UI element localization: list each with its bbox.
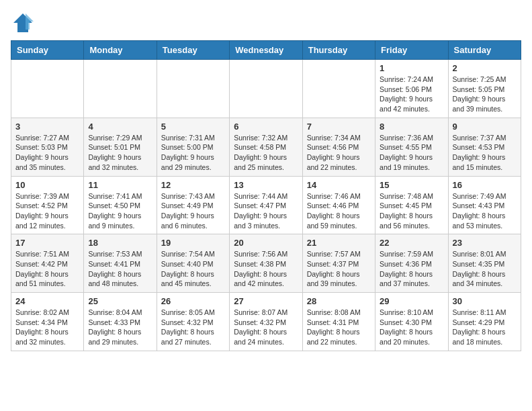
- day-number: 15: [380, 180, 443, 190]
- calendar-week-row: 3Sunrise: 7:27 AM Sunset: 5:03 PM Daylig…: [11, 118, 521, 176]
- day-info: Sunrise: 7:41 AM Sunset: 4:50 PM Dayligh…: [88, 191, 152, 231]
- calendar-week-row: 24Sunrise: 8:02 AM Sunset: 4:34 PM Dayli…: [11, 293, 521, 351]
- day-number: 19: [161, 238, 225, 248]
- calendar-week-row: 10Sunrise: 7:39 AM Sunset: 4:52 PM Dayli…: [11, 176, 521, 234]
- day-number: 28: [307, 296, 371, 306]
- day-number: 6: [234, 122, 298, 132]
- calendar-cell: 16Sunrise: 7:49 AM Sunset: 4:43 PM Dayli…: [448, 176, 521, 234]
- calendar-header: SundayMondayTuesdayWednesdayThursdayFrid…: [11, 41, 521, 60]
- day-info: Sunrise: 7:48 AM Sunset: 4:45 PM Dayligh…: [380, 191, 443, 231]
- day-info: Sunrise: 7:49 AM Sunset: 4:43 PM Dayligh…: [453, 191, 517, 231]
- calendar-cell: 22Sunrise: 7:59 AM Sunset: 4:36 PM Dayli…: [375, 234, 448, 293]
- calendar-cell: 19Sunrise: 7:54 AM Sunset: 4:40 PM Dayli…: [157, 234, 229, 293]
- calendar-cell: 4Sunrise: 7:29 AM Sunset: 5:01 PM Daylig…: [84, 118, 157, 176]
- day-info: Sunrise: 7:46 AM Sunset: 4:46 PM Dayligh…: [307, 191, 371, 231]
- calendar-week-row: 17Sunrise: 7:51 AM Sunset: 4:42 PM Dayli…: [11, 234, 521, 293]
- calendar-cell: 17Sunrise: 7:51 AM Sunset: 4:42 PM Dayli…: [11, 234, 84, 293]
- day-number: 26: [161, 296, 225, 306]
- day-number: 10: [15, 180, 79, 190]
- day-info: Sunrise: 8:05 AM Sunset: 4:32 PM Dayligh…: [161, 308, 225, 347]
- weekday-header: Saturday: [448, 41, 521, 60]
- day-number: 20: [234, 238, 298, 248]
- calendar-cell: 12Sunrise: 7:43 AM Sunset: 4:49 PM Dayli…: [157, 176, 229, 234]
- calendar-cell: 11Sunrise: 7:41 AM Sunset: 4:50 PM Dayli…: [84, 176, 157, 234]
- calendar-cell: 9Sunrise: 7:37 AM Sunset: 4:53 PM Daylig…: [448, 118, 521, 176]
- day-number: 17: [15, 238, 79, 248]
- day-info: Sunrise: 8:04 AM Sunset: 4:33 PM Dayligh…: [88, 308, 152, 347]
- weekday-header: Sunday: [11, 41, 84, 60]
- day-info: Sunrise: 8:11 AM Sunset: 4:29 PM Dayligh…: [453, 308, 517, 347]
- page-header: [11, 11, 521, 35]
- calendar-cell: 2Sunrise: 7:25 AM Sunset: 5:05 PM Daylig…: [448, 60, 521, 118]
- day-info: Sunrise: 7:56 AM Sunset: 4:38 PM Dayligh…: [234, 249, 298, 289]
- calendar-table: SundayMondayTuesdayWednesdayThursdayFrid…: [11, 40, 521, 351]
- calendar-cell: 7Sunrise: 7:34 AM Sunset: 4:56 PM Daylig…: [302, 118, 375, 176]
- calendar-week-row: 1Sunrise: 7:24 AM Sunset: 5:06 PM Daylig…: [11, 60, 521, 118]
- calendar-cell: [302, 60, 375, 118]
- calendar-cell: 24Sunrise: 8:02 AM Sunset: 4:34 PM Dayli…: [11, 293, 84, 351]
- day-number: 25: [88, 296, 152, 306]
- day-number: 27: [234, 296, 298, 306]
- day-info: Sunrise: 7:39 AM Sunset: 4:52 PM Dayligh…: [15, 191, 79, 231]
- day-info: Sunrise: 7:43 AM Sunset: 4:49 PM Dayligh…: [161, 191, 225, 231]
- day-info: Sunrise: 7:36 AM Sunset: 4:55 PM Dayligh…: [380, 133, 443, 173]
- weekday-header: Friday: [375, 41, 448, 60]
- day-info: Sunrise: 8:08 AM Sunset: 4:31 PM Dayligh…: [307, 308, 371, 347]
- calendar-cell: [230, 60, 302, 118]
- day-number: 13: [234, 180, 298, 190]
- day-info: Sunrise: 7:25 AM Sunset: 5:05 PM Dayligh…: [453, 75, 517, 114]
- calendar-cell: 26Sunrise: 8:05 AM Sunset: 4:32 PM Dayli…: [157, 293, 229, 351]
- day-number: 24: [15, 296, 79, 306]
- day-number: 8: [380, 122, 443, 132]
- day-info: Sunrise: 7:54 AM Sunset: 4:40 PM Dayligh…: [161, 249, 225, 289]
- day-number: 3: [15, 122, 79, 132]
- day-info: Sunrise: 7:29 AM Sunset: 5:01 PM Dayligh…: [88, 133, 152, 173]
- calendar-cell: 25Sunrise: 8:04 AM Sunset: 4:33 PM Dayli…: [84, 293, 157, 351]
- calendar-cell: 28Sunrise: 8:08 AM Sunset: 4:31 PM Dayli…: [302, 293, 375, 351]
- day-number: 9: [453, 122, 517, 132]
- calendar-cell: 20Sunrise: 7:56 AM Sunset: 4:38 PM Dayli…: [230, 234, 302, 293]
- day-number: 4: [88, 122, 152, 132]
- logo: [11, 11, 38, 35]
- day-number: 7: [307, 122, 371, 132]
- day-number: 5: [161, 122, 225, 132]
- weekday-header: Thursday: [302, 41, 375, 60]
- calendar-cell: 6Sunrise: 7:32 AM Sunset: 4:58 PM Daylig…: [230, 118, 302, 176]
- weekday-row: SundayMondayTuesdayWednesdayThursdayFrid…: [11, 41, 521, 60]
- calendar-cell: [11, 60, 84, 118]
- svg-marker-1: [26, 13, 34, 30]
- day-number: 23: [453, 238, 517, 248]
- calendar-cell: 5Sunrise: 7:31 AM Sunset: 5:00 PM Daylig…: [157, 118, 229, 176]
- day-number: 18: [88, 238, 152, 248]
- day-number: 14: [307, 180, 371, 190]
- day-info: Sunrise: 7:53 AM Sunset: 4:41 PM Dayligh…: [88, 249, 152, 289]
- calendar-cell: 27Sunrise: 8:07 AM Sunset: 4:32 PM Dayli…: [230, 293, 302, 351]
- day-info: Sunrise: 7:31 AM Sunset: 5:00 PM Dayligh…: [161, 133, 225, 173]
- calendar-cell: 10Sunrise: 7:39 AM Sunset: 4:52 PM Dayli…: [11, 176, 84, 234]
- calendar-cell: [157, 60, 229, 118]
- day-info: Sunrise: 8:10 AM Sunset: 4:30 PM Dayligh…: [380, 308, 443, 347]
- day-info: Sunrise: 7:24 AM Sunset: 5:06 PM Dayligh…: [380, 75, 443, 114]
- calendar-cell: 1Sunrise: 7:24 AM Sunset: 5:06 PM Daylig…: [375, 60, 448, 118]
- calendar-cell: [84, 60, 157, 118]
- day-info: Sunrise: 7:44 AM Sunset: 4:47 PM Dayligh…: [234, 191, 298, 231]
- logo-icon: [11, 11, 35, 35]
- day-number: 22: [380, 238, 443, 248]
- calendar-cell: 13Sunrise: 7:44 AM Sunset: 4:47 PM Dayli…: [230, 176, 302, 234]
- day-number: 21: [307, 238, 371, 248]
- calendar-cell: 15Sunrise: 7:48 AM Sunset: 4:45 PM Dayli…: [375, 176, 448, 234]
- day-info: Sunrise: 7:27 AM Sunset: 5:03 PM Dayligh…: [15, 133, 79, 173]
- day-info: Sunrise: 7:34 AM Sunset: 4:56 PM Dayligh…: [307, 133, 371, 173]
- day-number: 30: [453, 296, 517, 306]
- weekday-header: Monday: [84, 41, 157, 60]
- day-number: 2: [453, 63, 517, 73]
- calendar-cell: 30Sunrise: 8:11 AM Sunset: 4:29 PM Dayli…: [448, 293, 521, 351]
- day-info: Sunrise: 7:59 AM Sunset: 4:36 PM Dayligh…: [380, 249, 443, 289]
- day-number: 1: [380, 63, 443, 73]
- day-info: Sunrise: 7:32 AM Sunset: 4:58 PM Dayligh…: [234, 133, 298, 173]
- day-info: Sunrise: 8:01 AM Sunset: 4:35 PM Dayligh…: [453, 249, 517, 289]
- day-number: 29: [380, 296, 443, 306]
- calendar-cell: 29Sunrise: 8:10 AM Sunset: 4:30 PM Dayli…: [375, 293, 448, 351]
- day-info: Sunrise: 8:07 AM Sunset: 4:32 PM Dayligh…: [234, 308, 298, 347]
- day-info: Sunrise: 7:51 AM Sunset: 4:42 PM Dayligh…: [15, 249, 79, 289]
